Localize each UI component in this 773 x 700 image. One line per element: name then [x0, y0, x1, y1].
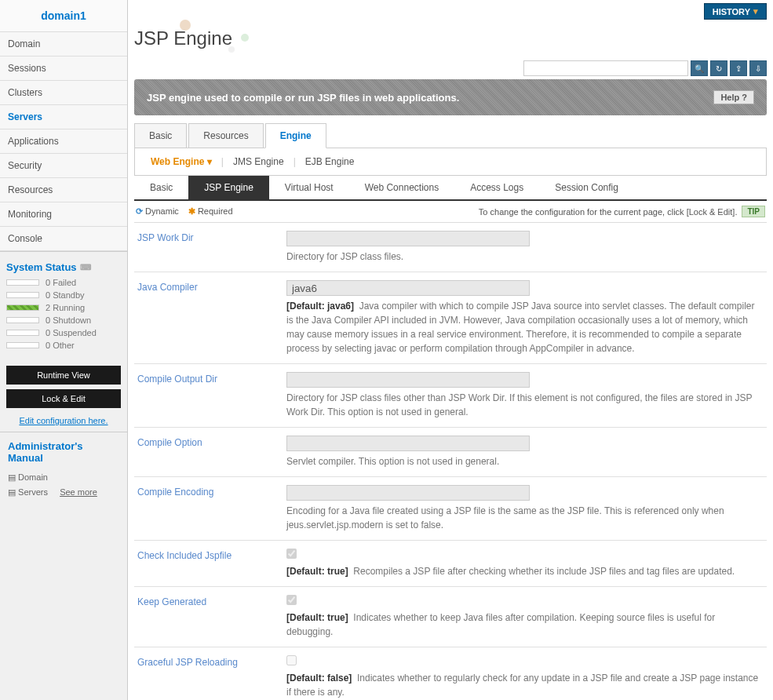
form-label[interactable]: Java Compiler: [137, 280, 286, 355]
domain-header[interactable]: domain1: [0, 0, 127, 32]
form-value: [Default: true] Recompiles a JSP file af…: [286, 549, 764, 578]
webengine-tab-access-logs[interactable]: Access Logs: [454, 176, 539, 199]
status-row-shutdown: 0 Shutdown: [6, 314, 121, 326]
status-row-standby: 0 Standby: [6, 289, 121, 301]
history-button[interactable]: HISTORY ▾: [704, 3, 767, 20]
form-description: [Default: true] Indicates whether to kee…: [286, 611, 764, 639]
form-input[interactable]: [286, 280, 530, 296]
tip-badge[interactable]: TIP: [742, 206, 765, 217]
document-icon: ▤: [8, 472, 16, 482]
form-description: Directory for JSP class files.: [286, 250, 764, 264]
engine-tabs: Web Engine ▾|JMS Engine|EJB Engine: [134, 148, 767, 176]
sidebar-item-console[interactable]: Console: [0, 227, 127, 251]
engine-tab-jms-engine[interactable]: JMS Engine: [227, 156, 290, 167]
document-icon: ▤: [8, 487, 16, 497]
form-value: Directory for JSP class files.: [286, 231, 764, 264]
sidebar-item-monitoring[interactable]: Monitoring: [0, 202, 127, 227]
status-count: 0: [46, 278, 50, 287]
form-label[interactable]: Check Included Jspfile: [137, 549, 286, 578]
form-input[interactable]: [286, 485, 530, 501]
required-legend: ✱ Required: [188, 206, 233, 217]
sidebar-item-sessions[interactable]: Sessions: [0, 57, 127, 81]
status-row-failed: 0 Failed: [6, 276, 121, 289]
tab-resources[interactable]: Resources: [188, 123, 263, 148]
form-label[interactable]: Compile Encoding: [137, 485, 286, 532]
see-more-link[interactable]: See more: [60, 487, 97, 497]
search-input[interactable]: [523, 60, 688, 76]
history-label: HISTORY: [713, 7, 750, 16]
decoration-circle: [241, 34, 249, 42]
export-icon[interactable]: ⇪: [730, 60, 747, 76]
form-input[interactable]: [286, 436, 530, 451]
form-value: [Default: java6] Java compiler with whic…: [286, 280, 764, 355]
status-label: Other: [53, 341, 75, 350]
dynamic-legend: ⟳ Dynamic: [136, 206, 179, 217]
tab-engine[interactable]: Engine: [265, 123, 326, 148]
page-title-text: JSP Engine: [134, 27, 232, 49]
sidebar-item-applications[interactable]: Applications: [0, 129, 127, 154]
form-description: [Default: true] Recompiles a JSP file af…: [286, 564, 764, 578]
form-row-compile-output-dir: Compile Output DirDirectory for JSP clas…: [134, 364, 767, 428]
status-count: 2: [46, 303, 50, 312]
search-icon[interactable]: 🔍: [691, 60, 708, 76]
help-button[interactable]: Help ?: [713, 90, 754, 104]
sidebar-item-domain[interactable]: Domain: [0, 32, 127, 57]
manual-item-domain[interactable]: ▤ Domain: [8, 470, 119, 485]
description-text: JSP engine used to compile or run JSP fi…: [147, 92, 459, 104]
form-value: Encoding for a Java file created using a…: [286, 485, 764, 532]
form-checkbox[interactable]: [286, 549, 297, 559]
status-count: 0: [46, 328, 50, 337]
system-status-header[interactable]: System Status ⌨: [6, 258, 121, 276]
tab-basic[interactable]: Basic: [134, 123, 187, 148]
status-count: 0: [46, 315, 50, 325]
description-bar: JSP engine used to compile or run JSP fi…: [134, 79, 767, 115]
refresh-icon[interactable]: ↻: [710, 60, 727, 76]
status-label: Running: [53, 303, 85, 312]
status-bar-icon: [6, 279, 39, 286]
page-title: JSP Engine: [134, 23, 767, 57]
status-label: Suspended: [53, 328, 97, 337]
webengine-tab-basic[interactable]: Basic: [134, 176, 188, 199]
webengine-tab-web-connections[interactable]: Web Connections: [349, 176, 455, 199]
webengine-tab-jsp-engine[interactable]: JSP Engine: [188, 176, 269, 199]
decoration-circle: [228, 46, 235, 53]
sidebar-item-clusters[interactable]: Clusters: [0, 81, 127, 105]
form-input[interactable]: [286, 231, 530, 246]
form-checkbox[interactable]: [286, 655, 297, 665]
tab-separator: |: [221, 156, 224, 167]
form-label[interactable]: Graceful JSP Reloading: [137, 655, 286, 699]
lock-edit-button[interactable]: Lock & Edit: [6, 389, 121, 408]
engine-tab-web-engine[interactable]: Web Engine ▾: [144, 156, 218, 167]
form-input[interactable]: [286, 372, 530, 388]
edit-configuration-link[interactable]: Edit configuration here.: [0, 413, 127, 428]
runtime-view-button[interactable]: Runtime View: [6, 366, 121, 385]
main-content: HISTORY ▾ JSP Engine 🔍 ↻ ⇪ ⇩ JSP engine …: [128, 0, 773, 700]
form-label[interactable]: Keep Generated: [137, 595, 286, 639]
form-label[interactable]: Compile Option: [137, 436, 286, 468]
engine-tab-ejb-engine[interactable]: EJB Engine: [299, 156, 361, 167]
import-icon[interactable]: ⇩: [749, 60, 767, 76]
form-row-java-compiler: Java Compiler[Default: java6] Java compi…: [134, 272, 767, 364]
form-label[interactable]: Compile Output Dir: [137, 372, 286, 419]
admin-manual-panel: Administrator's Manual ▤ Domain▤ Servers…: [0, 432, 127, 508]
status-row-running: 2 Running: [6, 301, 121, 314]
manual-item-servers[interactable]: ▤ Servers See more: [8, 485, 119, 500]
form-value: [Default: true] Indicates whether to kee…: [286, 595, 764, 639]
form-description: Servlet compiler. This option is not use…: [286, 454, 764, 468]
form-checkbox[interactable]: [286, 595, 297, 605]
legend-bar: ⟳ Dynamic ✱ Required To change the confi…: [134, 201, 767, 223]
sidebar-item-servers[interactable]: Servers: [0, 105, 127, 129]
monitor-icon: ⌨: [80, 263, 91, 272]
default-value-tag: [Default: false]: [286, 673, 352, 684]
status-count: 0: [46, 341, 50, 350]
form-value: [Default: false] Indicates whether to re…: [286, 655, 764, 699]
status-bar-icon: [6, 292, 39, 298]
form-label[interactable]: JSP Work Dir: [137, 231, 286, 264]
webengine-tab-session-config[interactable]: Session Config: [539, 176, 634, 199]
status-label: Failed: [53, 278, 76, 287]
sidebar-item-resources[interactable]: Resources: [0, 178, 127, 202]
status-count: 0: [46, 290, 50, 300]
webengine-tab-virtual-host[interactable]: Virtual Host: [269, 176, 349, 199]
sidebar-item-security[interactable]: Security: [0, 154, 127, 178]
form-row-compile-encoding: Compile EncodingEncoding for a Java file…: [134, 477, 767, 541]
